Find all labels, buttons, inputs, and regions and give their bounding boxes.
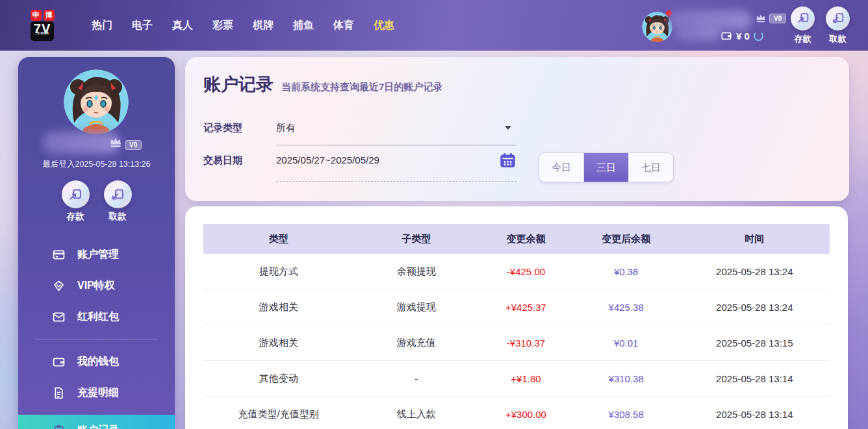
cell-type: 游戏相关 (203, 337, 353, 349)
vip-badge: V0 (125, 140, 142, 150)
cell-type: 提现方式 (203, 265, 353, 278)
top-navbar: 申 博 7V .com 热门电子真人彩票棋牌捕鱼体育优惠 V0 ¥ 0 (0, 0, 868, 51)
wallet-icon (721, 30, 732, 42)
sidebar-actions: 存款 取款 (18, 180, 175, 223)
navbar-actions: 存款 取款 (791, 6, 850, 45)
cell-change: -¥310.37 (479, 337, 573, 349)
envelope-icon (52, 310, 66, 324)
sidebar-item-label: 账户管理 (77, 248, 119, 262)
sidebar-item-label: 我的钱包 (77, 355, 119, 369)
sidebar-item-VIP特权[interactable]: VIP特权 (18, 270, 175, 301)
brand-badge-1: 申 (31, 10, 42, 21)
withdraw-button[interactable]: 取款 (826, 6, 850, 45)
sidebar-item-我的钱包[interactable]: 我的钱包 (18, 346, 175, 377)
nav-item-真人[interactable]: 真人 (162, 12, 203, 39)
nav-item-优惠[interactable]: 优惠 (364, 12, 404, 39)
navbar-balance-row: ¥ 0 (721, 30, 763, 42)
nav-item-捕鱼[interactable]: 捕鱼 (283, 12, 324, 39)
brand-logo-suffix: .com (31, 26, 54, 40)
record-type-label: 记录类型 (203, 122, 276, 145)
brand-logo[interactable]: 申 博 7V .com (22, 10, 62, 41)
date-range-input[interactable]: 2025/05/27~2025/05/29 (276, 154, 517, 182)
sidebar-item-账户管理[interactable]: 账户管理 (18, 239, 175, 270)
table-row: 游戏相关游戏提现+¥425.37¥425.382025-05-28 13:24 (203, 289, 830, 325)
cell-subtype: 线上入款 (353, 408, 479, 421)
table-row: 游戏相关游戏充值-¥310.37¥0.012025-05-28 13:15 (203, 325, 830, 361)
sidebar-item-账户记录[interactable]: 账户记录 (18, 415, 175, 429)
navbar-user-area: V0 ¥ 0 (642, 3, 788, 48)
table-header-cell: 类型 (203, 233, 353, 245)
cell-type: 充值类型/充值型别 (203, 408, 353, 421)
cell-time: 2025-05-28 13:14 (680, 409, 830, 420)
withdraw-label: 取款 (109, 211, 127, 223)
withdraw-label: 取款 (830, 33, 847, 45)
table-header-row: 类型子类型变更余额变更后余额时间 (203, 224, 830, 254)
sidebar-divider (35, 339, 158, 339)
navbar-vip-row: V0 (754, 12, 786, 25)
sidebar-avatar[interactable] (64, 69, 129, 134)
cell-time: 2025-05-28 13:14 (680, 373, 830, 384)
date-range-label: 交易日期 (203, 154, 276, 182)
table-header-cell: 时间 (680, 233, 830, 245)
sidebar-item-label: 充提明细 (77, 386, 119, 400)
date-range-value: 2025/05/27~2025/05/29 (276, 154, 379, 165)
sidebar-user-row: V0 (18, 130, 175, 155)
cell-subtype: 余额提现 (353, 265, 479, 278)
vip-badge: V0 (769, 14, 786, 23)
withdraw-button[interactable]: 取款 (104, 180, 132, 223)
deposit-button[interactable]: 存款 (62, 180, 90, 223)
blurred-detail (675, 26, 721, 40)
record-type-select[interactable]: 所有 (276, 122, 517, 145)
doc-icon (52, 386, 66, 400)
nav-item-电子[interactable]: 电子 (122, 12, 162, 39)
cell-after: ¥425.38 (573, 302, 680, 313)
nav-item-棋牌[interactable]: 棋牌 (243, 12, 283, 39)
table-body: 提现方式余额提现-¥425.00¥0.382025-05-28 13:24游戏相… (203, 254, 830, 429)
sidebar-item-充提明细[interactable]: 充提明细 (18, 377, 175, 408)
balance-amount: ¥ 0 (736, 31, 750, 42)
records-table-card: 类型子类型变更余额变更后余额时间 提现方式余额提现-¥425.00¥0.3820… (185, 206, 848, 429)
range-button-三日[interactable]: 三日 (584, 153, 629, 182)
crown-icon (108, 134, 123, 150)
cell-after: ¥0.38 (573, 266, 680, 277)
quick-range-group: 今日三日七日 (539, 153, 674, 182)
calendar-icon[interactable] (499, 152, 517, 169)
date-range-row: 交易日期 2025/05/27~2025/05/29 (203, 154, 517, 182)
sidebar-item-label: 红利红包 (77, 310, 119, 324)
table-row: 提现方式余额提现-¥425.00¥0.382025-05-28 13:24 (203, 254, 830, 289)
brand-logo-main: 7V .com (31, 21, 54, 41)
table-row: 充值类型/充值型别线上入款+¥300.00¥308.582025-05-28 1… (203, 397, 830, 429)
sidebar-item-label: 账户记录 (77, 424, 119, 429)
withdraw-icon (826, 6, 850, 31)
range-button-今日[interactable]: 今日 (539, 153, 584, 182)
page-subtitle: 当前系统支持查询最近7日的账户记录 (281, 81, 442, 93)
brand-logo-badges: 申 博 (31, 10, 55, 21)
nav-item-体育[interactable]: 体育 (324, 12, 364, 39)
page-title: 账户记录 (203, 73, 274, 96)
record-type-value: 所有 (276, 122, 296, 133)
cell-time: 2025-05-28 13:24 (680, 266, 830, 277)
withdraw-icon (104, 180, 132, 208)
cell-type: 游戏相关 (203, 301, 353, 313)
table-header-cell: 变更后余额 (573, 233, 680, 245)
nav-item-热门[interactable]: 热门 (82, 12, 122, 39)
navbar-user-info: V0 ¥ 0 (678, 9, 788, 48)
range-button-七日[interactable]: 七日 (629, 153, 673, 182)
deposit-label: 存款 (67, 211, 84, 223)
navbar-avatar[interactable] (642, 12, 672, 42)
clipboard-icon (52, 424, 66, 429)
cell-change: +¥1.80 (479, 373, 573, 384)
cell-after: ¥0.01 (573, 337, 680, 349)
refresh-balance-icon[interactable] (754, 31, 763, 41)
nav-item-彩票[interactable]: 彩票 (203, 12, 243, 39)
sidebar-vip-row: V0 (108, 134, 142, 150)
cell-change: +¥425.37 (479, 302, 573, 313)
filter-panel: 账户记录 当前系统支持查询最近7日的账户记录 记录类型 所有 交易日期 2025… (185, 57, 849, 201)
deposit-button[interactable]: 存款 (791, 6, 815, 45)
cell-time: 2025-05-28 13:24 (680, 302, 830, 313)
brand-badge-2: 博 (44, 10, 55, 21)
deposit-label: 存款 (795, 33, 811, 45)
card-icon (52, 248, 66, 262)
sidebar-menu: 账户管理VIP特权红利红包我的钱包充提明细账户记录 (18, 239, 175, 429)
sidebar-item-红利红包[interactable]: 红利红包 (18, 301, 175, 332)
